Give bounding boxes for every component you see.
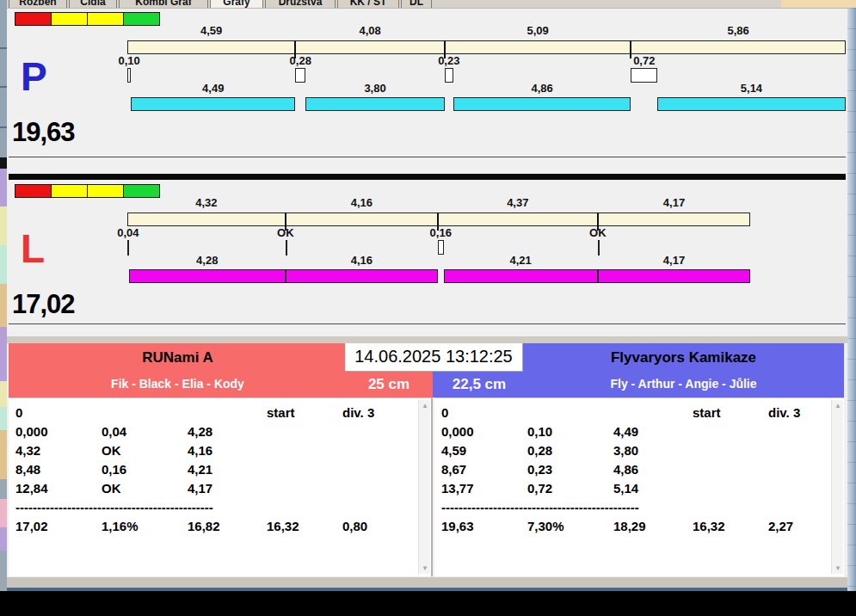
run-bar-segment	[453, 97, 631, 111]
split-bar-segment	[438, 213, 598, 226]
table-header-division: div. 3	[768, 405, 800, 420]
team-left-name: RUNami A	[9, 349, 347, 367]
run-time: 4,49	[613, 424, 638, 439]
run-time: 3,80	[613, 443, 638, 458]
split-time-label: 4,08	[295, 24, 445, 37]
penalty-value: 0,04	[102, 424, 126, 439]
tab-rozb-h[interactable]: Rozběh	[9, 0, 67, 9]
run-bar-segment	[129, 269, 286, 283]
split-bar-segment	[631, 40, 845, 54]
result-tables: 0startdiv. 30,0000,044,284,32OK4,168,480…	[7, 397, 847, 576]
table-header-start: start	[267, 405, 295, 420]
window-bottom-edge	[7, 588, 847, 591]
run-time-label: 4,16	[286, 254, 438, 267]
run-time-label: 4,17	[598, 254, 750, 267]
tab--idla[interactable]: Čidla	[69, 0, 117, 9]
scroll-down-icon[interactable]: ▼	[832, 564, 844, 572]
screen: RozběhČidlaKombi GrafGrafyDružstvaKK / S…	[0, 0, 856, 616]
penalty-box	[295, 68, 305, 83]
penalty-box	[127, 68, 131, 83]
result-table-right: 0startdiv. 30,0000,104,494,590,283,808,6…	[434, 397, 844, 576]
run-time-label: 4,28	[129, 254, 286, 267]
tab-kk-st[interactable]: KK / ST	[337, 0, 399, 9]
scrollbar[interactable]: ▲ ▼	[418, 400, 430, 574]
datetime-display: 14.06.2025 13:12:25	[345, 343, 523, 372]
split-time-label: 4,37	[438, 196, 598, 209]
penalty-label: 0,04	[102, 226, 154, 239]
penalty-box	[438, 240, 444, 255]
total-value: 18,29	[613, 519, 646, 533]
run-time: 4,17	[188, 481, 212, 496]
legend-light-0	[15, 12, 52, 26]
tab-kombi-graf[interactable]: Kombi Graf	[119, 0, 208, 9]
split-time-label: 5,86	[631, 24, 845, 37]
split-time-label: 4,32	[127, 196, 286, 209]
status-bar	[7, 576, 847, 588]
table-header-division: div. 3	[342, 405, 374, 420]
total-value: 16,32	[693, 519, 725, 533]
lane-p-letter: P	[21, 57, 47, 96]
split-bar-segment	[127, 40, 295, 54]
totals-divider: ----------------------------------------…	[15, 500, 213, 514]
tab-dl[interactable]: DL	[401, 0, 432, 9]
total-value: 0,80	[342, 519, 367, 533]
split-cumulative: 0,000	[15, 424, 48, 439]
penalty-label: 0,16	[415, 226, 466, 239]
split-time-label: 4,16	[286, 196, 438, 209]
run-time: 4,16	[188, 443, 212, 458]
penalty-value: 0,28	[527, 443, 552, 458]
run-bar-segment	[131, 97, 295, 111]
penalty-label: 0,23	[423, 54, 475, 67]
tab-dru-stva[interactable]: Družstva	[265, 0, 336, 9]
run-time: 5,14	[613, 481, 638, 496]
penalty-value: 0,10	[527, 424, 552, 439]
penalty-box	[631, 68, 657, 83]
scrollbar[interactable]: ▲ ▼	[831, 400, 843, 574]
team-left-dogs: Fik - Black - Elia - Kody	[9, 377, 347, 391]
legend-light-2	[87, 12, 124, 26]
run-time: 4,21	[188, 462, 212, 477]
ruler-tick	[0, 126, 7, 128]
penalty-value: OK	[102, 443, 121, 458]
run-time-label: 3,80	[305, 82, 445, 95]
section-divider	[7, 336, 847, 343]
total-value: 1,16%	[102, 519, 139, 533]
run-time: 4,28	[188, 424, 212, 439]
total-value: 17,02	[15, 519, 48, 533]
lane-l-letter: L	[21, 229, 45, 268]
tab-grafy[interactable]: Grafy	[210, 0, 263, 9]
split-bar-segment	[295, 40, 445, 54]
main-content: P 4,590,104,494,080,283,805,090,234,865,…	[7, 9, 847, 576]
penalty-value: OK	[102, 481, 121, 496]
scroll-down-icon[interactable]: ▼	[419, 564, 431, 572]
table-header-zero: 0	[15, 405, 22, 420]
run-time-label: 4,21	[444, 254, 598, 267]
table-header-zero: 0	[441, 405, 448, 420]
legend-light-0	[15, 184, 52, 198]
scroll-up-icon[interactable]: ▲	[419, 402, 431, 410]
run-time-label: 5,14	[657, 82, 846, 95]
lane-p-chart-panel: P 4,590,104,494,080,283,805,090,234,865,…	[9, 9, 846, 157]
app-window: RozběhČidlaKombi GrafGrafyDružstvaKK / S…	[7, 0, 847, 591]
lane-separator	[9, 174, 846, 180]
run-bar-segment	[444, 269, 598, 283]
split-cumulative: 4,59	[441, 443, 466, 458]
run-bar-segment	[305, 97, 445, 111]
legend-light-1	[51, 184, 88, 198]
run-time: 4,86	[613, 462, 638, 477]
penalty-value: 0,23	[527, 462, 552, 477]
split-cumulative: 8,67	[441, 462, 466, 477]
split-bar-segment	[445, 40, 631, 54]
scroll-up-icon[interactable]: ▲	[832, 402, 844, 410]
split-cumulative: 8,48	[15, 462, 40, 477]
ruler-tick	[0, 86, 7, 88]
total-value: 2,27	[768, 519, 793, 533]
total-value: 7,30%	[527, 519, 564, 533]
run-bar-segment	[657, 97, 846, 111]
totals-divider: ----------------------------------------…	[441, 500, 639, 514]
legend-light-2	[87, 184, 124, 198]
penalty-label: OK	[260, 226, 311, 239]
team-left-jump-height: 25 cm	[345, 373, 433, 396]
split-time-label: 5,09	[445, 24, 631, 37]
penalty-label: 0,72	[619, 54, 670, 67]
